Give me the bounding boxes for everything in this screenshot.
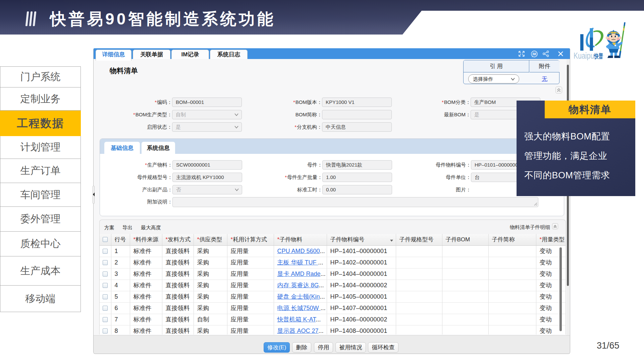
svg-text:快普: 快普 — [594, 53, 603, 60]
svg-text:IM: IM — [532, 52, 536, 56]
svg-text:Kuaipu: Kuaipu — [574, 51, 594, 60]
